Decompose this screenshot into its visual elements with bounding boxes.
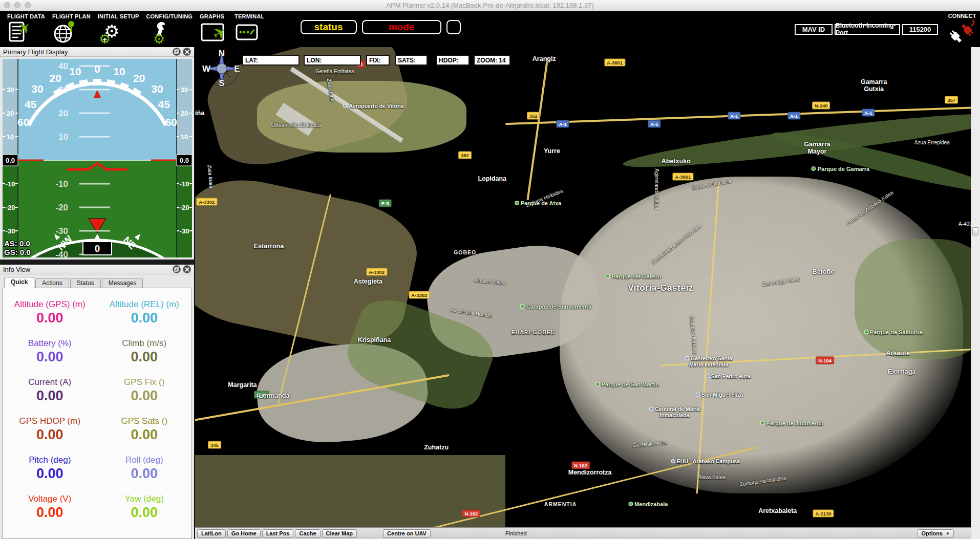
options-label: Options (922, 530, 943, 536)
toolbar-item-terminal[interactable]: TERMINAL (235, 11, 264, 45)
metric-label: Pitch (deg) (3, 455, 97, 465)
svg-text:45: 45 (25, 98, 37, 110)
tab-quick[interactable]: Quick (4, 277, 34, 288)
serial-port-select[interactable]: Bluetooth-Incoming-Port (835, 24, 900, 35)
primary-flight-display: 010102020303045456060NNWNE40302010-10-20… (0, 57, 194, 260)
metrics-grid: Altitude (GPS) (m)0.00Altitude (REL) (m)… (3, 288, 191, 533)
metric-value: 0.00 (3, 388, 97, 404)
metric-value: 0.00 (3, 427, 97, 443)
svg-text:AS: 0.0: AS: 0.0 (4, 239, 30, 248)
map-label-gamarra-gutxia: Gamarra Gutxia (859, 78, 889, 93)
minimize-window-button[interactable] (14, 2, 20, 8)
pfd-close-button[interactable] (183, 48, 191, 56)
svg-text:✈: ✈ (14, 20, 32, 39)
map-label-gasteizko-santa-mar-a-katedrala: Gasteizko Santa María katedrala (681, 355, 736, 368)
plug-icon (947, 19, 977, 47)
map-label-parque-de-san-mart-n: Parque de San Martín (595, 381, 659, 387)
toolbar-item-graphs[interactable]: GRAPHS ✈ (200, 11, 227, 45)
svg-text:30: 30 (151, 83, 163, 95)
toolbar-label: FLIGHT DATA (7, 13, 45, 19)
toolbar-item-initial-setup[interactable]: INITIAL SETUP ⚙ ⚙ + (98, 11, 139, 45)
metric-value: 0.00 (3, 349, 97, 365)
metric-value: 0.00 (3, 505, 97, 521)
map-label-parque-de-salburua: Parque de Salburua (864, 329, 923, 335)
close-window-button[interactable] (4, 2, 10, 8)
svg-text:-20: -20 (55, 203, 68, 212)
map-label-arkaute: Arkaute (886, 350, 910, 357)
metric-gps-sats: GPS Sats ()0.00 (97, 416, 192, 455)
toolbar-label: FLIGHT PLAN (52, 13, 91, 19)
status-button[interactable]: status (301, 20, 357, 34)
map-label-agirrelanda-kalea: Agirrelanda Kalea (654, 168, 659, 209)
svg-text:10: 10 (69, 66, 81, 77)
svg-text:20: 20 (181, 110, 188, 117)
map-label-san-pedro-eliza: San Pedro eliza (705, 373, 751, 379)
metric-gps-hdop-m: GPS HDOP (m)0.00 (3, 416, 97, 455)
toolbar-item-flight-data[interactable]: FLIGHT DATA ✈ (7, 11, 45, 45)
map-label-ehu-arabako-campusa: EHU - Arabako Campusa (671, 458, 740, 464)
toolbar-mini-button[interactable] (446, 20, 461, 34)
svg-text:30: 30 (58, 85, 68, 95)
svg-text:40: 40 (58, 61, 68, 71)
zoom-window-button[interactable] (25, 2, 31, 8)
panel-splitter[interactable] (0, 260, 194, 265)
map-label-aeropuerto-de-vitoria: Aeropuerto de Vitoria (343, 103, 403, 109)
main-toolbar: FLIGHT DATA ✈ FLIGHT PLAN (0, 11, 980, 47)
tab-status[interactable]: Status (70, 278, 101, 288)
info-view-frame: Altitude (GPS) (m)0.00Altitude (REL) (m)… (2, 288, 192, 539)
metric-pitch-deg: Pitch (deg)0.00 (3, 455, 97, 494)
go-home-button[interactable]: Go Home (227, 529, 261, 538)
mode-button[interactable]: mode (362, 20, 441, 34)
mav-id-select[interactable]: MAV ID (795, 24, 833, 35)
right-splitter-strip[interactable] (971, 47, 980, 539)
road-badge-e-5: E-5 (379, 199, 392, 207)
svg-text:30: 30 (31, 83, 43, 95)
hud-field-label: SATS: (398, 57, 416, 64)
map-label-margarita: Margarita (228, 381, 257, 389)
metric-label: GPS Sats () (97, 416, 192, 426)
flight-data-icon: ✈ (7, 20, 32, 45)
centre-on-uav-button[interactable]: Centre on UAV (383, 529, 431, 538)
options-button[interactable]: Options ▼ (918, 529, 954, 538)
map-label-zuhatzu: Zuhatzu (424, 444, 449, 451)
cache-button[interactable]: Cache (295, 529, 320, 538)
globe-waypoint-icon (52, 20, 77, 45)
map-label-lopidana: Lopidana (478, 175, 506, 182)
svg-text:-10: -10 (180, 180, 189, 188)
monitor-plane-icon: ✈ (200, 20, 227, 45)
window-title: APM Planner v2.0.14 (MacBook-Pro-de-Alej… (386, 2, 593, 9)
clear-map-button[interactable]: Clear Map (322, 529, 357, 538)
toolbar-item-flight-plan[interactable]: FLIGHT PLAN (52, 11, 91, 45)
hud-field-label: LAT: (245, 57, 258, 64)
svg-text:30: 30 (7, 86, 14, 94)
tab-messages[interactable]: Messages (102, 278, 143, 288)
map-label-azua-errepidea: Azua Errepidea (914, 139, 950, 145)
tab-actions[interactable]: Actions (35, 278, 69, 288)
window-titlebar: APM Planner v2.0.14 (MacBook-Pro-de-Alej… (0, 0, 980, 11)
map-label-gobeo: GOBEO (454, 249, 476, 255)
map-hud: LAT:LON:FIX:SATS:HDOP:ZOOM: 14 (195, 55, 971, 66)
metric-label: Battery (%) (3, 338, 97, 349)
metric-gps-fix: GPS Fix ()0.00 (97, 377, 192, 416)
baud-rate-select[interactable]: 115200 (902, 24, 938, 35)
info-view-float-button[interactable] (173, 265, 181, 273)
svg-text:20: 20 (58, 109, 68, 118)
svg-text:10: 10 (181, 133, 188, 141)
info-view-close-button[interactable] (183, 265, 191, 273)
svg-text:30: 30 (181, 86, 188, 94)
svg-text:60: 60 (165, 116, 177, 128)
pfd-float-button[interactable] (173, 48, 181, 56)
last-pos-button[interactable]: Last Pos (262, 529, 294, 538)
lat-lon-button[interactable]: Lat/Lon (197, 529, 226, 538)
metric-value: 0.00 (97, 310, 192, 326)
road-badge-352: 352 (458, 152, 472, 159)
map-status-text: Finished (505, 530, 527, 536)
toolbar-item-config-tuning[interactable]: CONFIG/TUNING ⚙ (146, 11, 193, 45)
splitter-handle[interactable] (972, 227, 978, 235)
wrench-gear-icon: ⚙ (146, 20, 171, 45)
svg-text:-10: -10 (55, 179, 68, 189)
road-badge-n-102: N-102 (462, 509, 480, 517)
connect-button[interactable]: CONNECT (947, 12, 977, 47)
map-view[interactable]: N S W E LAT:LON:FIX:SATS:HDOP:ZOOM: 14 G… (195, 47, 971, 527)
metric-yaw-deg: Yaw (deg)0.00 (97, 494, 192, 533)
